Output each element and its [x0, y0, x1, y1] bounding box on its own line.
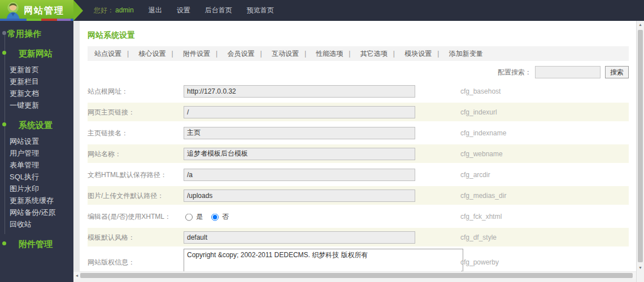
bullet-icon: [2, 31, 6, 35]
tab-site-settings[interactable]: 站点设置: [93, 50, 136, 58]
sidebar-group-system-settings[interactable]: 系统设置: [19, 120, 73, 131]
field-label: 编辑器(是/否)使用XHTML：: [88, 211, 171, 221]
xhtml-radio-group: 是 否: [182, 211, 229, 221]
var-name: cfg_medias_dir: [460, 192, 506, 200]
logo: 网站管理: [0, 0, 73, 21]
sidebar-group-attachments[interactable]: 附件管理: [19, 239, 73, 250]
tab-module-settings[interactable]: 模块设置: [403, 50, 446, 58]
sidebar-rule-decoration: [5, 31, 5, 234]
greeting-label: 您好：: [94, 6, 114, 14]
scroll-up-icon[interactable]: ▲: [637, 21, 644, 28]
sidebar-item-image-watermark[interactable]: 图片水印: [10, 183, 73, 195]
tab-other-options[interactable]: 其它选项: [359, 50, 402, 58]
config-search-label: 配置搜索：: [498, 68, 532, 77]
cfg-df-style-input[interactable]: [184, 231, 415, 244]
radio-option-no[interactable]: 否: [208, 211, 229, 221]
cfg-medias-dir-input[interactable]: [184, 190, 415, 202]
tab-interaction-settings[interactable]: 互动设置: [271, 50, 313, 58]
sidebar-item-update-docs[interactable]: 更新文档: [10, 87, 73, 99]
bullet-icon: [2, 51, 6, 55]
sidebar-item-form-management[interactable]: 表单管理: [10, 159, 73, 171]
tab-performance-options[interactable]: 性能选项: [315, 50, 357, 58]
group-label: 更新网站: [19, 49, 53, 58]
footer-strip: [73, 279, 644, 282]
menu-preview-home[interactable]: 预览首页: [247, 6, 274, 15]
sidebar-item-recycle-bin[interactable]: 回收站: [10, 218, 73, 230]
menu-logout[interactable]: 退出: [149, 6, 162, 15]
greeting-text: 您好：admin: [94, 6, 134, 15]
cfg-webname-input[interactable]: [184, 148, 415, 160]
horizontal-scrollbar[interactable]: ◄ ►: [73, 272, 644, 279]
sidebar-list-system: 网站设置 用户管理 表单管理 SQL执行 图片水印 更新系统缓存 网站备份/还原…: [0, 135, 73, 230]
bullet-icon: [2, 122, 6, 126]
sidebar: 常用操作 更新网站 更新首页 更新栏目 更新文档 一键更新 系统设置 网站设置 …: [0, 21, 73, 282]
var-name: cfg_indexname: [460, 129, 506, 137]
form-row-medias-dir: 图片/上传文件默认路径： cfg_medias_dir: [88, 185, 629, 206]
topbar: 网站管理 您好：admin 退出 设置 后台首页 预览首页: [0, 0, 644, 21]
scroll-down-icon[interactable]: ▼: [637, 265, 644, 271]
radio-no-label: 否: [222, 211, 229, 221]
sidebar-item-update-home[interactable]: 更新首页: [10, 64, 73, 76]
form-row-basehost: 站点根网址： cfg_basehost: [88, 81, 629, 102]
cfg-powerby-textarea[interactable]: Copyright &copy; 2002-2011 DEDECMS. 织梦科技…: [184, 249, 463, 271]
sidebar-title-common-ops: 常用操作: [7, 29, 73, 39]
field-label: 模板默认风格：: [88, 232, 135, 242]
field-label: 图片/上传文件默认路径：: [88, 191, 164, 200]
search-button[interactable]: 搜索: [605, 66, 629, 78]
form-row-df-style: 模板默认风格： cfg_df_style: [88, 227, 629, 248]
menu-admin-home[interactable]: 后台首页: [205, 6, 232, 15]
sidebar-item-user-management[interactable]: 用户管理: [10, 147, 73, 159]
menu-settings[interactable]: 设置: [177, 6, 190, 15]
app-window: 网站管理 您好：admin 退出 设置 后台首页 预览首页 常用操作 更新网站: [0, 0, 644, 282]
field-label: 主页链接名：: [88, 128, 128, 138]
var-name: cfg_indexurl: [460, 108, 497, 116]
form-row-indexurl: 网页主页链接： cfg_indexurl: [88, 102, 629, 122]
tab-core-settings[interactable]: 核心设置: [137, 50, 180, 58]
tab-add-new-variable[interactable]: 添加新变量: [448, 50, 484, 58]
radio-yes-label: 是: [196, 211, 203, 221]
form-row-webname: 网站名称： cfg_webname: [88, 143, 629, 164]
form-row-indexname: 主页链接名： cfg_indexname: [88, 122, 629, 143]
radio-yes-input[interactable]: [185, 214, 193, 221]
sidebar-title-label: 常用操作: [7, 29, 41, 38]
bullet-icon: [2, 241, 6, 245]
cfg-basehost-input[interactable]: [184, 85, 415, 98]
cfg-arcdir-input[interactable]: [184, 169, 415, 181]
radio-option-yes[interactable]: 是: [182, 211, 203, 221]
horizontal-scrollbar-thumb[interactable]: [80, 273, 633, 278]
username: admin: [115, 6, 134, 14]
cfg-indexname-input[interactable]: [184, 127, 415, 139]
tab-member-settings[interactable]: 会员设置: [226, 50, 268, 58]
top-menu: 您好：admin 退出 设置 后台首页 预览首页: [94, 0, 274, 21]
page-title: 网站系统设置: [88, 30, 629, 41]
sidebar-item-site-settings[interactable]: 网站设置: [10, 135, 73, 147]
scroll-left-icon[interactable]: ◄: [73, 272, 80, 279]
cfg-indexurl-input[interactable]: [184, 106, 415, 118]
tab-attachment-settings[interactable]: 附件设置: [182, 50, 224, 58]
var-name: cfg_df_style: [460, 233, 497, 241]
settings-tabs: 站点设置 核心设置 附件设置 会员设置 互动设置 性能选项 其它选项 模块设置 …: [88, 46, 629, 61]
form-row-powerby: 网站版权信息： Copyright &copy; 2002-2011 DEDEC…: [88, 248, 629, 271]
vertical-scrollbar-thumb[interactable]: [638, 30, 643, 262]
field-label: 网页主页链接：: [88, 107, 135, 117]
sidebar-item-one-click-update[interactable]: 一键更新: [10, 99, 73, 111]
field-label: 站点根网址：: [88, 86, 128, 96]
config-search-row: 配置搜索： 搜索: [88, 65, 629, 79]
sidebar-item-sql-execute[interactable]: SQL执行: [10, 171, 73, 183]
body: 常用操作 更新网站 更新首页 更新栏目 更新文档 一键更新 系统设置 网站设置 …: [0, 21, 644, 282]
vertical-scrollbar[interactable]: ▲ ▼: [636, 21, 644, 282]
sidebar-item-update-category[interactable]: 更新栏目: [10, 76, 73, 87]
sidebar-group-update-site[interactable]: 更新网站: [19, 49, 73, 59]
form-row-fck-xhtml: 编辑器(是/否)使用XHTML： 是 否 cfg_fck_xhtml: [88, 206, 629, 227]
var-name: cfg_arcdir: [460, 171, 490, 179]
sidebar-item-update-cache[interactable]: 更新系统缓存: [10, 195, 73, 206]
sidebar-item-backup-restore[interactable]: 网站备份/还原: [10, 206, 73, 218]
var-name: cfg_powerby: [460, 258, 499, 266]
sidebar-list-update: 更新首页 更新栏目 更新文档 一键更新: [0, 64, 73, 111]
config-search-input[interactable]: [535, 66, 601, 78]
var-name: cfg_webname: [460, 150, 503, 158]
group-label: 系统设置: [19, 120, 53, 130]
radio-no-input[interactable]: [211, 214, 219, 221]
var-name: cfg_basehost: [460, 87, 501, 95]
settings-form: 站点根网址： cfg_basehost 网页主页链接： cfg_indexurl…: [88, 81, 629, 271]
